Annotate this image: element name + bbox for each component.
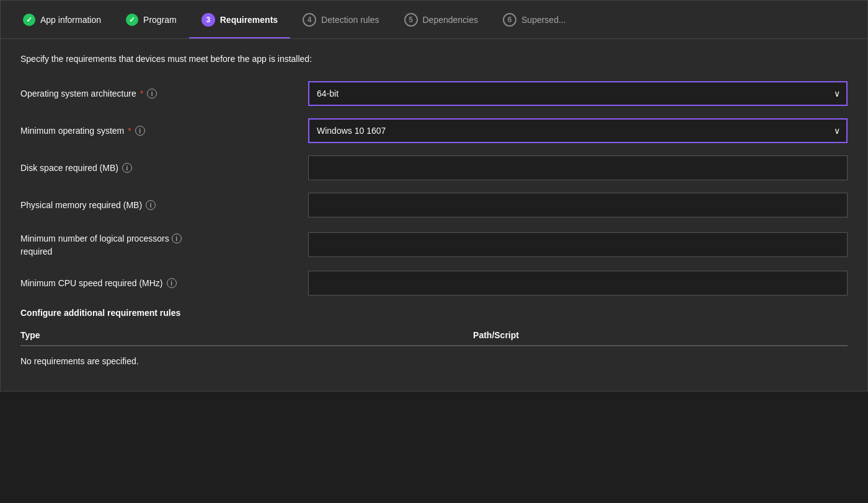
logical-processors-label: Minimum number of logical processorsrequ… [20, 232, 293, 258]
min-os-label-text: Minimum operating system [20, 126, 124, 136]
number-icon-6: 6 [503, 13, 516, 27]
table-empty-row: No requirements are specified. [20, 346, 848, 376]
cpu-speed-label-text: Minimum CPU speed required (MHz) [20, 278, 163, 288]
physical-memory-input[interactable] [308, 193, 848, 217]
min-os-required: * [128, 126, 131, 136]
check-icon-1: ✓ [23, 14, 35, 26]
cpu-speed-input[interactable] [308, 271, 848, 295]
tab-requirements[interactable]: 3 Requirements [189, 1, 290, 38]
physical-memory-info-icon[interactable]: i [146, 200, 156, 210]
tab-app-information[interactable]: ✓ App information [11, 1, 113, 38]
number-icon-3: 3 [202, 13, 215, 27]
cpu-speed-label: Minimum CPU speed required (MHz) i [20, 278, 293, 288]
os-architecture-control: 32-bit 64-bit 32-bit and 64-bit [308, 81, 848, 106]
tab-bar: ✓ App information ✓ Program 3 Requiremen… [1, 1, 867, 39]
main-content: Specify the requirements that devices mu… [1, 39, 867, 391]
os-architecture-required: * [140, 89, 143, 98]
disk-space-control [308, 155, 848, 180]
disk-space-label-text: Disk space required (MB) [20, 163, 118, 173]
physical-memory-control [308, 193, 848, 217]
logical-processors-input[interactable] [308, 232, 848, 257]
os-architecture-label: Operating system architecture * i [20, 89, 293, 98]
os-architecture-label-text: Operating system architecture [20, 89, 136, 98]
tab-label-1: App information [40, 15, 101, 25]
min-os-control: Windows 10 1507 Windows 10 1511 Windows … [308, 118, 848, 143]
tab-label-4: Detection rules [321, 15, 379, 25]
physical-memory-label-text: Physical memory required (MB) [20, 200, 142, 210]
os-architecture-row: Operating system architecture * i 32-bit… [20, 81, 848, 106]
os-architecture-select[interactable]: 32-bit 64-bit 32-bit and 64-bit [308, 81, 848, 106]
disk-space-row: Disk space required (MB) i [20, 155, 848, 180]
table-header-row: Type Path/Script [20, 330, 848, 346]
wizard-container: ✓ App information ✓ Program 3 Requiremen… [0, 0, 868, 391]
min-os-select[interactable]: Windows 10 1507 Windows 10 1511 Windows … [308, 118, 848, 143]
min-os-info-icon[interactable]: i [135, 126, 145, 136]
page-description: Specify the requirements that devices mu… [20, 54, 848, 64]
cpu-speed-info-icon[interactable]: i [167, 278, 177, 288]
physical-memory-row: Physical memory required (MB) i [20, 193, 848, 217]
table-col-path-header: Path/Script [144, 330, 848, 340]
disk-space-info-icon[interactable]: i [122, 163, 132, 173]
logical-processors-control [308, 232, 848, 257]
tab-dependencies[interactable]: 5 Dependencies [392, 1, 491, 38]
os-architecture-select-wrapper: 32-bit 64-bit 32-bit and 64-bit [308, 81, 848, 106]
min-os-row: Minimum operating system * i Windows 10 … [20, 118, 848, 143]
physical-memory-label: Physical memory required (MB) i [20, 200, 293, 210]
logical-processors-label-text: Minimum number of logical processorsrequ… [20, 232, 169, 258]
table-empty-message: No requirements are specified. [20, 356, 139, 366]
additional-rules-header: Configure additional requirement rules [20, 308, 848, 318]
tab-label-3: Requirements [220, 15, 278, 25]
min-os-select-wrapper: Windows 10 1507 Windows 10 1511 Windows … [308, 118, 848, 143]
cpu-speed-control [308, 271, 848, 295]
disk-space-label: Disk space required (MB) i [20, 163, 293, 173]
disk-space-input[interactable] [308, 155, 848, 180]
tab-label-5: Dependencies [423, 15, 479, 25]
number-icon-5: 5 [404, 13, 418, 27]
cpu-speed-row: Minimum CPU speed required (MHz) i [20, 271, 848, 295]
os-architecture-info-icon[interactable]: i [147, 89, 157, 98]
tab-supersedence[interactable]: 6 Supersed... [490, 1, 578, 38]
tab-program[interactable]: ✓ Program [113, 1, 189, 38]
tab-detection-rules[interactable]: 4 Detection rules [290, 1, 391, 38]
tab-label-6: Supersed... [521, 15, 566, 25]
number-icon-4: 4 [303, 13, 316, 27]
check-icon-2: ✓ [126, 14, 138, 26]
min-os-label: Minimum operating system * i [20, 126, 293, 136]
logical-processors-row: Minimum number of logical processorsrequ… [20, 230, 848, 258]
logical-processors-info-icon[interactable]: i [172, 234, 182, 243]
table-col-type-header: Type [20, 330, 144, 340]
tab-label-2: Program [143, 15, 177, 25]
